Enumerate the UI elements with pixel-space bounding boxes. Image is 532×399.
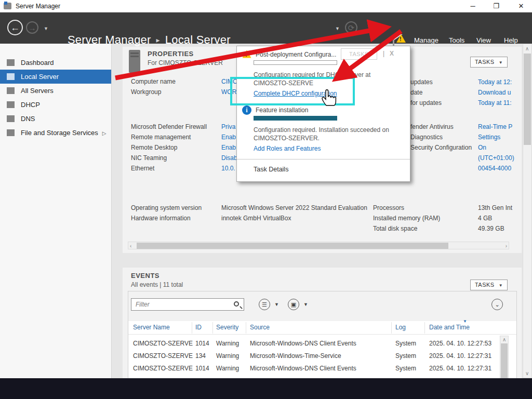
property-label: fender Antivirus — [410, 123, 454, 130]
sidebar-item-local-server[interactable]: Local Server — [0, 70, 111, 84]
table-row[interactable]: CIMOSZTO-SZERVE134WarningMicrosoft-Windo… — [128, 350, 516, 363]
property-value[interactable]: Settings — [478, 134, 500, 141]
server-icon — [129, 50, 140, 73]
window-vscrollbar-thumb[interactable] — [524, 54, 531, 145]
breadcrumb-separator-icon: ▸ — [151, 36, 165, 44]
back-button[interactable]: ← — [7, 20, 23, 35]
property-value[interactable]: Priva — [221, 123, 235, 130]
property-value[interactable]: Enab — [221, 144, 236, 151]
chevron-down-icon[interactable]: ▼ — [303, 302, 308, 307]
warning-icon — [242, 50, 251, 58]
property-value[interactable]: (UTC+01:00) — [478, 154, 514, 162]
sort-descending-icon: ▼ — [463, 319, 467, 324]
column-separator — [192, 322, 192, 334]
history-dropdown-icon[interactable]: ▼ — [44, 26, 48, 31]
menu-tools[interactable]: Tools — [449, 36, 464, 44]
server-manager-app-icon — [4, 3, 11, 9]
filter-list-icon[interactable]: ☰ — [259, 299, 270, 310]
vscrollbar-thumb[interactable] — [501, 343, 508, 378]
refresh-button[interactable]: ⟳ — [345, 21, 357, 34]
scroll-up-icon[interactable]: ∧ — [525, 46, 529, 51]
forward-button[interactable]: → — [26, 21, 38, 34]
property-value[interactable]: Real-Time P — [478, 123, 512, 130]
properties-tasks-button[interactable]: TASKS▼ — [470, 57, 508, 68]
cell: 2025. 04. 10. 12:27:31 — [429, 365, 491, 372]
cell: 134 — [195, 352, 206, 360]
popup-tasks-button[interactable]: TASKS — [341, 48, 377, 60]
property-value[interactable]: Today at 11: — [478, 99, 512, 107]
sidebar-item-label: DNS — [21, 115, 35, 123]
sidebar-item-dashboard[interactable]: Dashboard — [0, 56, 111, 70]
scroll-down-icon[interactable]: ∨ — [525, 370, 529, 376]
sidebar-item-file-and-storage-services[interactable]: File and Storage Services▷ — [0, 126, 111, 140]
chevron-down-icon[interactable]: ▼ — [274, 302, 279, 307]
sidebar-item-label: File and Storage Services — [21, 129, 98, 137]
property-label: Diagnostics — [410, 134, 443, 141]
hscrollbar-thumb[interactable] — [137, 243, 448, 249]
column-header-source[interactable]: Source — [250, 324, 270, 331]
events-tasks-button[interactable]: TASKS▼ — [470, 280, 508, 290]
column-header-severity[interactable]: Severity — [216, 324, 238, 331]
minimize-button[interactable]: ─ — [465, 1, 481, 11]
table-row[interactable]: CIMOSZTO-SZERVE1014WarningMicrosoft-Wind… — [128, 363, 516, 375]
sidebar-item-label: Dashboard — [21, 59, 54, 66]
task-details-link[interactable]: Task Details — [254, 166, 288, 173]
property-label: Computer name — [131, 78, 176, 85]
sidebar-item-label: Local Server — [21, 73, 59, 81]
column-header-log[interactable]: Log — [395, 324, 406, 331]
highlight-box — [230, 77, 355, 105]
add-roles-and-features-link[interactable]: Add Roles and Features — [254, 145, 321, 152]
close-button[interactable]: ✕ — [513, 1, 529, 11]
menu-manage[interactable]: Manage — [414, 36, 438, 44]
property-value[interactable]: Enab — [221, 134, 236, 141]
property-label: for updates — [410, 99, 442, 107]
property-value[interactable]: On — [478, 144, 486, 151]
events-table: Server NameIDSeveritySourceLogDate and T… — [128, 321, 516, 378]
column-header-date-and-time[interactable]: Date and Time — [429, 324, 470, 331]
events-vscrollbar[interactable]: ∧ — [500, 336, 509, 378]
all-servers-icon — [7, 87, 15, 94]
cell: 2025. 04. 10. 12:27:31 — [429, 352, 491, 360]
events-subtitle: All events | 11 total — [131, 281, 183, 288]
column-separator — [246, 322, 246, 334]
chevron-down-icon: ▼ — [499, 60, 503, 65]
scroll-left-icon[interactable]: ‹ — [130, 243, 131, 249]
menu-help[interactable]: Help — [504, 36, 518, 44]
table-row[interactable]: CIMOSZTO-SZERVE1014WarningMicrosoft-Wind… — [128, 338, 516, 350]
property-value[interactable]: Disab — [221, 154, 237, 162]
scroll-up-icon[interactable]: ∧ — [502, 337, 506, 342]
property-value[interactable]: Download u — [478, 89, 511, 96]
menu-view[interactable]: View — [476, 36, 491, 44]
column-header-server-name[interactable]: Server Name — [133, 324, 170, 331]
column-header-id[interactable]: ID — [195, 324, 202, 331]
local-server-icon — [7, 73, 15, 80]
properties-hscrollbar[interactable]: ‹ › — [128, 242, 509, 249]
breadcrumb-current: Local Server — [165, 33, 231, 46]
window-vscrollbar[interactable]: ∧ ∨ — [523, 44, 532, 378]
column-separator — [212, 322, 213, 334]
restore-button[interactable]: ❐ — [488, 1, 504, 11]
scroll-right-icon[interactable]: › — [506, 243, 507, 249]
property-label: Security Configuration — [410, 144, 472, 151]
property-value[interactable]: 00454-4000 — [478, 165, 511, 172]
collapse-section-icon[interactable]: ⌄ — [491, 299, 503, 310]
cell: Warning — [216, 365, 239, 372]
property-label: Operating system version — [131, 204, 202, 211]
property-value[interactable]: Today at 12: — [478, 78, 512, 86]
property-label: Microsoft Defender Firewall — [131, 123, 207, 130]
sidebar-item-dns[interactable]: DNS — [0, 112, 111, 126]
save-query-icon[interactable]: ▣ — [288, 299, 299, 310]
window-titlebar: Server Manager ─ ❐ ✕ — [0, 0, 532, 12]
property-label: Ethernet — [131, 165, 154, 172]
taskbar: Type here to search ✕ 11:34 2025. 04. 10… — [0, 378, 532, 399]
sidebar-item-dhcp[interactable]: DHCP — [0, 98, 111, 112]
property-value[interactable]: 10.0. — [221, 165, 235, 172]
cell: Microsoft-Windows-DNS Client Events — [250, 365, 356, 372]
sidebar-item-all-servers[interactable]: All Servers — [0, 84, 111, 98]
events-filter-input[interactable]: Filter — [131, 298, 244, 311]
property-label: date — [410, 89, 422, 96]
search-icon[interactable] — [234, 301, 239, 307]
expand-icon[interactable]: ▷ — [102, 130, 107, 136]
scope-dropdown-icon[interactable]: ▼ — [335, 26, 340, 31]
popup-close-icon[interactable]: X — [390, 50, 394, 57]
